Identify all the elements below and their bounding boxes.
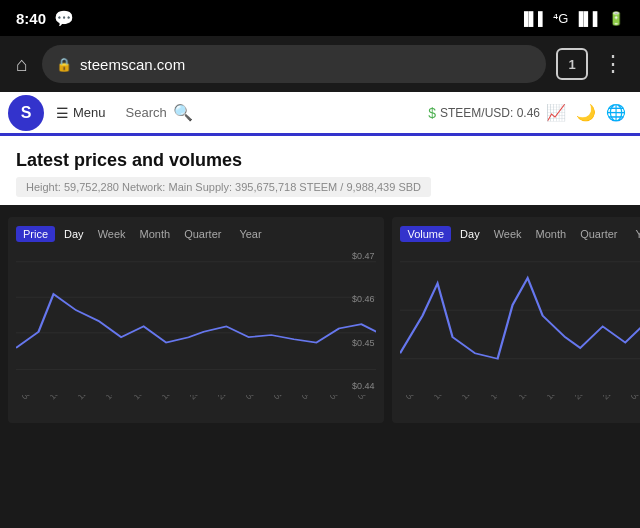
price-period-month[interactable]: Month: [135, 226, 176, 242]
main-content: Latest prices and volumes Height: 59,752…: [0, 136, 640, 205]
price-x-label: 18:00: [160, 395, 188, 409]
price-y-label-3: $0.45: [352, 338, 375, 348]
price-chart-area: $0.47 $0.46 $0.45 $0.44: [16, 251, 376, 391]
volume-x-label: 18:00: [545, 395, 573, 409]
price-x-label: 08:00: [20, 395, 48, 409]
price-display: $ STEEM/USD: 0.46: [422, 105, 546, 121]
chat-icon: 💬: [54, 9, 74, 28]
price-x-label: 06:00: [328, 395, 356, 409]
tab-button[interactable]: 1: [556, 48, 588, 80]
volume-period-year[interactable]: Year: [630, 226, 640, 242]
volume-x-label: 08:00: [404, 395, 432, 409]
price-x-label: 08:00: [356, 395, 376, 409]
volume-period-day[interactable]: Day: [455, 226, 485, 242]
home-button[interactable]: ⌂: [12, 49, 32, 80]
url-bar[interactable]: 🔒 steemscan.com: [42, 45, 546, 83]
search-icon: 🔍: [173, 103, 193, 122]
lock-icon: 🔒: [56, 57, 72, 72]
price-period-week[interactable]: Week: [93, 226, 131, 242]
url-text: steemscan.com: [80, 56, 185, 73]
search-text: Search: [126, 105, 167, 120]
price-label-button[interactable]: Price: [16, 226, 55, 242]
volume-period-month[interactable]: Month: [531, 226, 572, 242]
price-y-label-2: $0.46: [352, 294, 375, 304]
volume-x-label: 22:00: [601, 395, 629, 409]
page-title: Latest prices and volumes: [16, 150, 624, 171]
hamburger-icon: ☰: [56, 105, 69, 121]
nav-actions: 📈 🌙 🌐: [546, 103, 632, 122]
price-y-label-1: $0.47: [352, 251, 375, 261]
volume-chart-container: Volume Day Week Month Quarter Year $25,0…: [392, 217, 640, 423]
status-icons: ▐▌▌ ⁴G ▐▌▌ 🔋: [520, 11, 624, 26]
dollar-icon: $: [428, 105, 436, 121]
moon-icon[interactable]: 🌙: [576, 103, 596, 122]
status-time: 8:40: [16, 10, 46, 27]
volume-chart-svg: [400, 251, 640, 391]
menu-label: Menu: [73, 105, 106, 120]
price-x-label: 02:00: [272, 395, 300, 409]
price-period-quarter[interactable]: Quarter: [179, 226, 226, 242]
charts-section: Price Day Week Month Quarter Year $0.47 …: [0, 205, 640, 435]
volume-x-axis: 08:00 10:00 12:00 14:00 16:00 18:00 20:0…: [400, 395, 640, 415]
price-x-label: 10:00: [48, 395, 76, 409]
wifi-icon: ▐▌▌: [574, 11, 602, 26]
meta-info: Height: 59,752,280 Network: Main Supply:…: [16, 177, 431, 197]
volume-chart-controls: Volume Day Week Month Quarter Year: [400, 225, 640, 243]
volume-chart-area: $25,000.00 $15,000.00 $5,000.00: [400, 251, 640, 391]
price-x-axis: 08:00 10:00 12:00 14:00 16:00 18:00 20:0…: [16, 395, 376, 415]
volume-x-label: 16:00: [517, 395, 545, 409]
volume-label-button[interactable]: Volume: [400, 226, 451, 242]
battery-icon: 🔋: [608, 11, 624, 26]
status-bar: 8:40 💬 ▐▌▌ ⁴G ▐▌▌ 🔋: [0, 0, 640, 36]
price-x-label: 20:00: [188, 395, 216, 409]
price-x-label: 16:00: [132, 395, 160, 409]
volume-x-label: 00:00: [629, 395, 640, 409]
menu-button[interactable]: ☰ Menu: [44, 105, 118, 121]
volume-period-quarter[interactable]: Quarter: [575, 226, 622, 242]
more-button[interactable]: ⋮: [598, 47, 628, 81]
volume-period-week[interactable]: Week: [489, 226, 527, 242]
search-area[interactable]: Search 🔍: [118, 103, 423, 122]
chart-icon[interactable]: 📈: [546, 103, 566, 122]
volume-x-label: 20:00: [573, 395, 601, 409]
price-text: STEEM/USD: 0.46: [440, 106, 540, 120]
price-period-day[interactable]: Day: [59, 226, 89, 242]
price-y-label-4: $0.44: [352, 381, 375, 391]
globe-icon[interactable]: 🌐: [606, 103, 626, 122]
nav-bar: S ☰ Menu Search 🔍 $ STEEM/USD: 0.46 📈 🌙 …: [0, 92, 640, 136]
volume-x-label: 12:00: [460, 395, 488, 409]
price-x-label: 22:00: [216, 395, 244, 409]
price-chart-svg: [16, 251, 376, 391]
price-x-label: 14:00: [104, 395, 132, 409]
price-x-label: 04:00: [300, 395, 328, 409]
browser-bar: ⌂ 🔒 steemscan.com 1 ⋮: [0, 36, 640, 92]
price-x-label: 12:00: [76, 395, 104, 409]
site-logo: S: [8, 95, 44, 131]
data-icon: ⁴G: [553, 11, 568, 26]
price-chart-controls: Price Day Week Month Quarter Year: [16, 225, 376, 243]
price-chart-container: Price Day Week Month Quarter Year $0.47 …: [8, 217, 384, 423]
volume-x-label: 14:00: [489, 395, 517, 409]
price-x-label: 00:00: [244, 395, 272, 409]
volume-x-label: 10:00: [432, 395, 460, 409]
price-y-axis: $0.47 $0.46 $0.45 $0.44: [352, 251, 375, 391]
signal-icon: ▐▌▌: [520, 11, 548, 26]
price-period-year[interactable]: Year: [234, 226, 266, 242]
